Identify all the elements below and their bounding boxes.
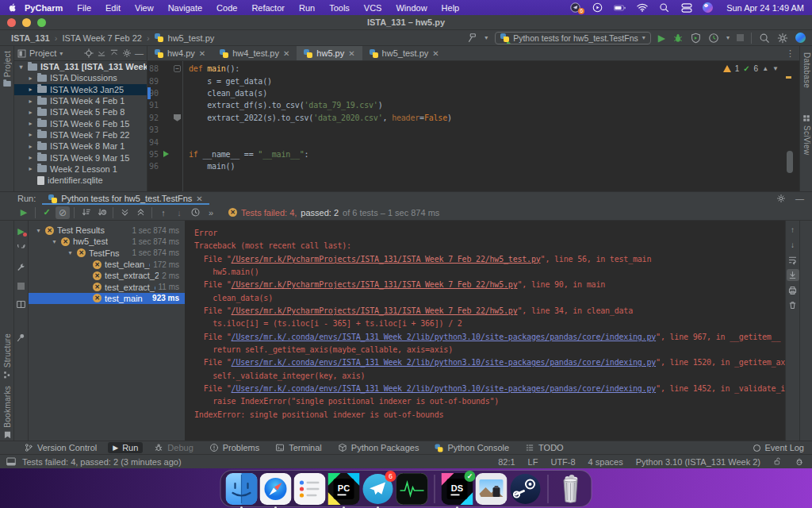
- layout-icon[interactable]: [16, 298, 27, 310]
- code-line[interactable]: 89 s = get_data(): [147, 75, 799, 87]
- profiler-icon[interactable]: [708, 33, 719, 44]
- dock-app-finder[interactable]: [226, 473, 258, 505]
- dock-app-photo-preview[interactable]: [476, 473, 508, 505]
- breadcrumb-folder[interactable]: ISTA Week 7 Feb 22: [62, 33, 141, 43]
- menu-item-refactor[interactable]: Refactor: [244, 3, 292, 13]
- tool-window-button-python-packages[interactable]: Python Packages: [333, 442, 424, 453]
- soft-wrap-icon[interactable]: [787, 254, 799, 266]
- tree-chevron-icon[interactable]: ▾: [35, 227, 42, 234]
- settings-gear-icon[interactable]: [777, 33, 788, 44]
- debug-bug-icon[interactable]: [672, 33, 684, 44]
- build-dropdown-caret[interactable]: ▾: [485, 34, 488, 41]
- test-tree-row[interactable]: ✕test_extract_df11 ms: [29, 281, 185, 292]
- loop-icon[interactable]: [16, 244, 27, 255]
- project-tree-row[interactable]: ▸ISTA Week 4 Feb 1: [14, 95, 147, 106]
- show-passed-icon[interactable]: ✓: [40, 206, 54, 219]
- test-tree-row[interactable]: ▾✕Test Results1 sec 874 ms: [29, 225, 185, 236]
- editor-tab-hw4_test.py[interactable]: hw4_test.py✕: [213, 46, 297, 60]
- editor-tab-hw4.py[interactable]: hw4.py✕: [147, 46, 213, 60]
- lock-icon[interactable]: [773, 457, 782, 466]
- test-tree-row[interactable]: ▾✕hw5_test1 sec 874 ms: [29, 236, 185, 247]
- breadcrumb-project[interactable]: ISTA_131: [11, 33, 50, 43]
- project-tree-row[interactable]: ▸ISTA Week 6 Feb 15: [14, 117, 147, 129]
- tree-chevron-icon[interactable]: ▸: [27, 131, 34, 138]
- tree-chevron-icon[interactable]: ▸: [27, 98, 34, 105]
- tree-chevron-icon[interactable]: ▾: [51, 238, 58, 245]
- print-icon[interactable]: [787, 284, 799, 296]
- test-tree-row[interactable]: ▾✕TestFns1 sec 874 ms: [29, 248, 185, 259]
- status-indent-style[interactable]: 4 spaces: [588, 457, 623, 467]
- test-tree-row[interactable]: ✕test_extract_20222 ms: [29, 270, 185, 281]
- tree-chevron-icon[interactable]: ▸: [27, 120, 34, 127]
- stack-icon[interactable]: [680, 2, 692, 13]
- fold-collapse-icon[interactable]: −: [174, 65, 181, 72]
- tree-chevron-icon[interactable]: ▸: [27, 75, 34, 82]
- code-line[interactable]: 95if __name__ == "__main__":: [147, 148, 799, 160]
- tree-chevron-icon[interactable]: ▾: [67, 249, 74, 256]
- dock-app-telegram[interactable]: 6: [362, 473, 394, 505]
- profiler-dropdown-caret[interactable]: ▾: [726, 34, 730, 41]
- sort-alpha-icon[interactable]: [79, 206, 93, 219]
- apple-menu-icon[interactable]: [8, 2, 17, 13]
- project-tree-row[interactable]: ▾ISTA_131 [ISTA_131 Week 2]: [14, 61, 147, 72]
- run-tab[interactable]: Python tests for hw5_test.TestFns ✕: [42, 192, 209, 206]
- status-line-separator[interactable]: LF: [528, 457, 538, 467]
- code-line[interactable]: 90 clean_data(s): [147, 87, 799, 99]
- locate-file-icon[interactable]: [84, 48, 94, 58]
- panel-settings-gear-icon[interactable]: [122, 48, 132, 58]
- wifi-icon[interactable]: [636, 2, 648, 13]
- expand-all-icon[interactable]: [117, 206, 132, 219]
- tool-button-sciview[interactable]: SciView: [800, 114, 812, 156]
- dock-app-pycharm[interactable]: PC: [328, 473, 360, 505]
- run-configuration-select[interactable]: Python tests for hw5_test.TestFns ▾: [495, 32, 651, 44]
- menu-item-edit[interactable]: Edit: [98, 3, 128, 13]
- menu-item-window[interactable]: Window: [389, 3, 434, 13]
- tool-window-button-python-console[interactable]: Python Console: [430, 442, 514, 453]
- project-tree-row[interactable]: identifier.sqlite: [14, 175, 147, 186]
- run-line-icon[interactable]: [163, 151, 169, 157]
- status-caret-position[interactable]: 82:1: [498, 457, 515, 467]
- stop-button[interactable]: [737, 34, 744, 41]
- test-console[interactable]: ErrorTraceback (most recent call last): …: [185, 221, 785, 441]
- tool-window-button-terminal[interactable]: Terminal: [270, 442, 327, 453]
- spotlight-search-icon[interactable]: [658, 2, 670, 13]
- rerun-failed-icon[interactable]: ▶: [16, 225, 27, 237]
- close-tab-icon[interactable]: ✕: [348, 49, 354, 58]
- tab-options-icon[interactable]: ⋮: [781, 46, 799, 60]
- build-hammer-icon[interactable]: [466, 33, 477, 44]
- menu-item-vcs[interactable]: VCS: [357, 3, 389, 13]
- dock-app-safari[interactable]: [260, 473, 292, 505]
- next-problem-icon[interactable]: ▼: [772, 65, 779, 72]
- menu-item-navigate[interactable]: Navigate: [161, 3, 209, 13]
- stacktrace-file-link[interactable]: /Users/mr.k/PycharmProjects/ISTA_131/IST…: [232, 255, 541, 264]
- square-icon[interactable]: [16, 280, 27, 291]
- stacktrace-file-link[interactable]: /Users/mr.k/.conda/envs/ISTA_131 Week 2/…: [232, 358, 657, 367]
- editor-tab-hw5.py[interactable]: hw5.py✕: [297, 46, 362, 60]
- test-tree-row[interactable]: ✕test_clean_data172 ms: [29, 259, 185, 270]
- close-tab-icon[interactable]: ✕: [199, 49, 205, 58]
- code-editor[interactable]: 88−def main():89 s = get_data()90 clean_…: [147, 61, 799, 191]
- coverage-icon[interactable]: [691, 33, 701, 44]
- tool-button-structure[interactable]: Structure: [0, 333, 14, 379]
- tree-chevron-icon[interactable]: ▸: [27, 143, 34, 150]
- prev-failed-icon[interactable]: ↑: [156, 206, 170, 219]
- siri-icon[interactable]: [703, 2, 713, 13]
- menu-item-code[interactable]: Code: [209, 3, 244, 13]
- pin-icon[interactable]: [16, 332, 27, 343]
- wrench-icon[interactable]: [16, 262, 27, 273]
- code-line[interactable]: 96 main(): [147, 160, 799, 172]
- close-run-tab-icon[interactable]: ✕: [196, 194, 202, 203]
- menu-item-help[interactable]: Help: [435, 3, 467, 13]
- dock-app-steam[interactable]: [510, 473, 542, 505]
- prev-problem-icon[interactable]: ▲: [762, 65, 768, 72]
- close-tab-icon[interactable]: ✕: [432, 49, 439, 58]
- dock-app-trash[interactable]: [555, 473, 587, 505]
- code-line[interactable]: 94: [147, 136, 799, 148]
- scroll-end-icon[interactable]: [787, 269, 799, 281]
- history-icon[interactable]: [188, 206, 202, 219]
- stacktrace-file-link[interactable]: /Users/mr.k/PycharmProjects/ISTA_131/IST…: [232, 306, 518, 315]
- battery-icon[interactable]: [614, 2, 626, 13]
- project-tree-row[interactable]: ▸ISTA Week 5 Feb 8: [14, 106, 147, 117]
- tree-chevron-icon[interactable]: ▸: [27, 165, 34, 172]
- tool-window-toggle-icon[interactable]: [6, 457, 16, 466]
